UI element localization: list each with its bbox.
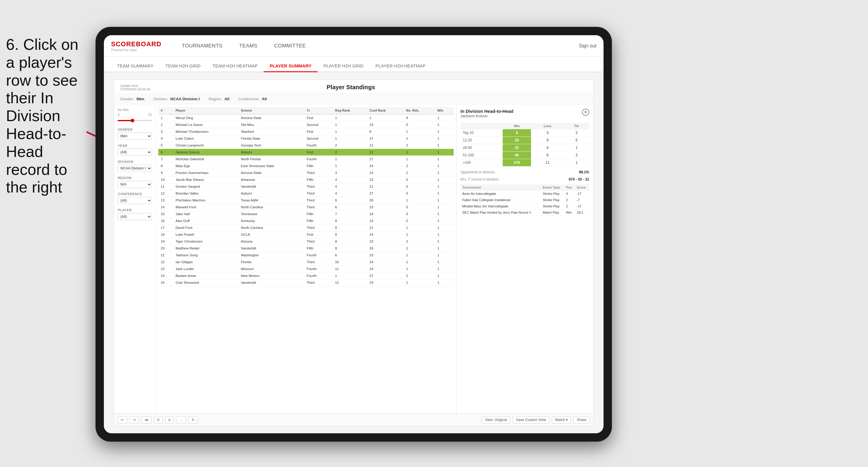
h2h-tie-cell: 3 — [564, 152, 589, 159]
cell-no-rds: 2 — [404, 238, 435, 245]
table-row[interactable]: 10 Jacob Mac Diease Arkansas Fifth 4 23 … — [158, 176, 454, 183]
sign-out-link[interactable]: Sign out — [579, 43, 596, 49]
cell-reg-rank: 8 — [333, 238, 367, 245]
cell-yr: Fourth — [304, 156, 333, 163]
cell-school: Vanderbilt — [239, 279, 305, 286]
skip-back-button[interactable]: ⏮ — [142, 416, 152, 424]
tourn-name: Amer Ari Intercollegiate — [461, 191, 541, 197]
h2h-row: 51-100 46 6 3 — [461, 152, 589, 159]
cell-num: 24 — [158, 273, 173, 279]
watch-button[interactable]: Watch ▾ — [552, 416, 571, 424]
tab-player-summary[interactable]: PLAYER SUMMARY — [264, 63, 318, 72]
paste-button[interactable]: ⎗ — [165, 416, 174, 424]
no-rds-filter: No Rds. 6 51 — [118, 108, 152, 124]
view-original-button[interactable]: View: Original — [482, 416, 510, 424]
cell-num: 12 — [158, 190, 173, 197]
table-row[interactable]: 2 Michael La Sasse Ole Miss Second 1 19 … — [158, 121, 454, 128]
table-row[interactable]: 16 Alex Goff Kentucky Fifth 8 19 0 1 — [158, 218, 454, 224]
cell-player: Michael La Sasse — [173, 121, 239, 128]
cell-no-rds: 8 — [404, 114, 435, 121]
nav-teams[interactable]: TEAMS — [231, 35, 266, 57]
cell-yr: First — [304, 149, 333, 156]
table-row[interactable]: 19 Tiger Christensen Arizona Third 8 23 … — [158, 238, 454, 245]
cell-yr: First — [304, 231, 333, 238]
table-row[interactable]: 6 Jackson Koivun Auburn First 2 12 1 1 — [158, 149, 454, 156]
h2h-loss-cell: 3 — [531, 129, 564, 137]
cell-yr: Fourth — [304, 266, 333, 273]
cell-win: 1 — [435, 197, 454, 204]
nav-tournaments[interactable]: TOURNAMENTS — [174, 35, 231, 57]
h2h-win-cell: 8 — [503, 129, 531, 137]
table-row[interactable]: 4 Luke Claton Florida State Second 1 27 … — [158, 135, 454, 142]
cell-school: Vanderbilt — [239, 245, 305, 252]
table-row[interactable]: 20 Matthew Riedel Vanderbilt Fifth 8 26 … — [158, 245, 454, 252]
table-row[interactable]: 5 Christo Lamprecht Georgia Tech Fourth … — [158, 142, 454, 149]
cell-reg-rank: 1 — [333, 273, 367, 279]
table-row[interactable]: 21 Taehoon Song Washington Fourth 6 23 1… — [158, 252, 454, 259]
cell-num: 19 — [158, 238, 173, 245]
year-select[interactable]: (All) — [118, 149, 152, 156]
table-row[interactable]: 17 David Ford North Carolina Third 8 21 … — [158, 224, 454, 231]
share-button[interactable]: Share — [574, 416, 590, 424]
h2h-player-name: Jackson Koivun — [461, 114, 514, 118]
refresh-button[interactable]: ↻ — [188, 416, 198, 424]
no-rds-slider[interactable] — [118, 118, 152, 124]
table-row[interactable]: 1 Wenyi Ding Arizona State First 1 1 8 1 — [158, 114, 454, 121]
region-select[interactable]: N/A — [118, 181, 152, 188]
tab-player-h2h-heatmap[interactable]: PLAYER H2H HEATMAP — [370, 63, 432, 72]
table-row[interactable]: 14 Maxwell Ford North Carolina Third 6 2… — [158, 204, 454, 211]
tab-team-h2h-grid[interactable]: TEAM H2H GRID — [159, 63, 207, 72]
table-row[interactable]: 23 Jack Lundin Missouri Fourth 11 24 1 1 — [158, 266, 454, 273]
tab-team-summary[interactable]: TEAM SUMMARY — [111, 63, 159, 72]
conference-value: All — [262, 97, 267, 101]
table-row[interactable]: 15 Jake Hall Tennessee Fifth 7 18 0 1 — [158, 211, 454, 218]
tab-player-h2h-grid[interactable]: PLAYER H2H GRID — [318, 63, 370, 72]
more-button[interactable]: ... — [176, 416, 186, 424]
table-row[interactable]: 18 Luke Powell UCLA First 8 24 1 1 — [158, 231, 454, 238]
table-row[interactable]: 24 Bastien Amat New Mexico Fourth 1 27 2… — [158, 273, 454, 279]
table-row[interactable]: 13 Phichaksn Maichon Texas A&M Third 6 3… — [158, 197, 454, 204]
cell-player: Alex Goff — [173, 218, 239, 224]
table-row[interactable]: 7 Nicholas Gabrelcik North Florida Fourt… — [158, 156, 454, 163]
division-select[interactable]: NCAA Division I — [118, 165, 152, 172]
save-custom-button[interactable]: Save Custom View — [513, 416, 549, 424]
tourn-col-name: Tournament — [461, 184, 541, 191]
cell-player: Cole Sherwood — [173, 279, 239, 286]
table-row[interactable]: 25 Cole Sherwood Vanderbilt Third 12 23 … — [158, 279, 454, 286]
player-select[interactable]: (All) — [118, 213, 152, 220]
player-filter-title: Player — [118, 208, 152, 212]
table-row[interactable]: 12 Brendan Valles Auburn Third 4 27 0 1 — [158, 190, 454, 197]
division-filter-group: Division NCAA Division I — [118, 160, 152, 172]
conference-select[interactable]: (All) — [118, 197, 152, 204]
table-header-row: # Player School Yr Reg Rank Conf Rank No… — [158, 107, 454, 114]
table-row[interactable]: 8 Mats Ege East Tennessee State Fifth 1 … — [158, 163, 454, 169]
gender-select[interactable]: Men Women — [118, 132, 152, 139]
nav-committee[interactable]: COMMITTEE — [266, 35, 314, 57]
col-win: Win — [435, 107, 454, 114]
cell-no-rds: 0 — [404, 121, 435, 128]
table-row[interactable]: 11 Gordon Sargent Vanderbilt Third 4 21 … — [158, 183, 454, 190]
table-row[interactable]: 3 Michael Thorbjornsen Stanford First 1 … — [158, 128, 454, 135]
opponents-value: 98.1% — [579, 170, 589, 174]
col-school: School — [239, 107, 305, 114]
table-row[interactable]: 9 Preston Summerhays Arizona State Third… — [158, 169, 454, 176]
cell-num: 18 — [158, 231, 173, 238]
tourn-type: Stroke Play — [541, 203, 564, 210]
cell-player: Wenyi Ding — [173, 114, 239, 121]
cell-school: Arizona State — [239, 169, 305, 176]
cell-player: Luke Powell — [173, 231, 239, 238]
cell-win: 1 — [435, 211, 454, 218]
copy-button[interactable]: ⎘ — [154, 416, 163, 424]
cell-win: 1 — [435, 183, 454, 190]
undo-button[interactable]: ↩ — [118, 416, 127, 424]
close-button[interactable]: ✕ — [582, 108, 589, 116]
h2h-win-cell: 46 — [503, 152, 531, 159]
player-filter-group: Player (All) — [118, 208, 152, 220]
cell-no-rds: 1 — [404, 252, 435, 259]
update-time-label: Update time: — [120, 84, 150, 87]
redo-button[interactable]: ↪ — [129, 416, 139, 424]
col-conf-rank: Conf Rank — [367, 107, 404, 114]
tab-team-h2h-heatmap[interactable]: TEAM H2H HEATMAP — [207, 63, 264, 72]
table-row[interactable]: 22 Ian Gilligan Florida Third 10 24 1 1 — [158, 259, 454, 266]
cell-win: 1 — [435, 279, 454, 286]
